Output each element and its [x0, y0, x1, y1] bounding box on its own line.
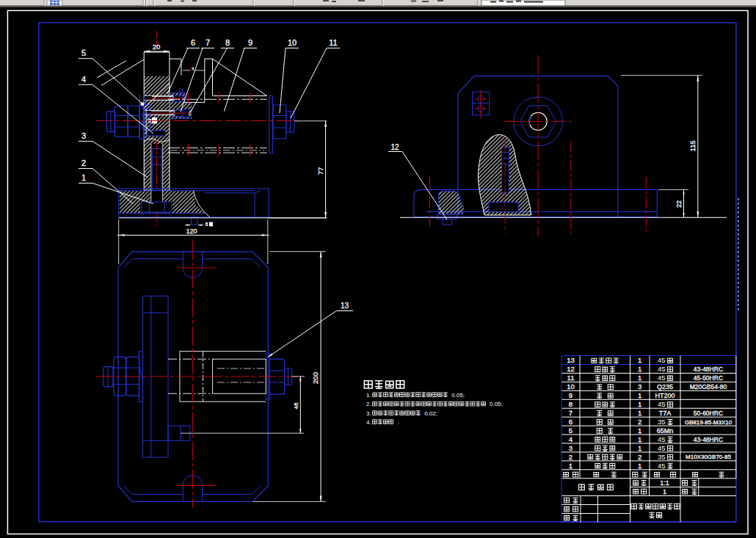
svg-text:8: 8 [225, 38, 230, 47]
svg-text:10: 10 [288, 38, 297, 47]
svg-text:13: 13 [567, 356, 575, 364]
svg-text:10: 10 [567, 382, 575, 390]
svg-text:1: 1 [638, 426, 641, 435]
svg-text:1: 1 [81, 173, 86, 182]
svg-text:13: 13 [341, 302, 349, 310]
svg-text:43-48HRC: 43-48HRC [694, 436, 723, 443]
svg-text:2.: 2. [366, 401, 371, 407]
svg-text:45: 45 [658, 365, 666, 373]
svg-text:1: 1 [638, 374, 641, 382]
svg-text:0.05;: 0.05; [490, 401, 503, 407]
svg-text:45: 45 [658, 462, 666, 470]
svg-text:7: 7 [206, 38, 210, 47]
svg-text:65Mn: 65Mn [657, 427, 674, 435]
svg-text:0.02;: 0.02; [424, 410, 437, 417]
svg-text:5: 5 [81, 48, 86, 57]
svg-text:12: 12 [390, 143, 399, 151]
svg-text:8: 8 [569, 400, 573, 408]
svg-text:1.: 1. [366, 392, 371, 399]
svg-text:45: 45 [658, 444, 666, 452]
svg-text:3.: 3. [366, 410, 371, 417]
svg-text:12: 12 [567, 365, 575, 373]
svg-text:4: 4 [569, 435, 573, 443]
svg-text:9: 9 [569, 391, 573, 399]
svg-text:Q235: Q235 [657, 383, 673, 390]
svg-text:4: 4 [81, 75, 86, 84]
svg-text:50-60HRC: 50-60HRC [694, 410, 723, 417]
svg-text:3: 3 [638, 382, 641, 390]
svg-text:T7A: T7A [659, 410, 672, 417]
svg-text:11: 11 [329, 38, 337, 47]
svg-text:M20GB54-80: M20GB54-80 [690, 383, 727, 390]
svg-text:11: 11 [567, 374, 575, 382]
svg-text:9: 9 [248, 38, 252, 47]
svg-text:.: . [397, 419, 399, 426]
svg-text:45: 45 [658, 374, 666, 382]
svg-text:115: 115 [688, 140, 697, 151]
svg-text:2: 2 [638, 453, 641, 461]
svg-text:0.05;: 0.05; [451, 392, 465, 399]
svg-text:1: 1 [638, 400, 641, 408]
svg-text:20: 20 [153, 43, 161, 51]
svg-text:7: 7 [569, 409, 573, 417]
svg-text:1: 1 [638, 356, 641, 364]
svg-text:77: 77 [316, 167, 324, 175]
svg-text:1: 1 [638, 365, 641, 373]
svg-text:1: 1 [638, 444, 641, 452]
svg-text:45-50HRC: 45-50HRC [694, 374, 723, 382]
svg-text:2: 2 [638, 418, 641, 426]
svg-text:M10X30GB70-85: M10X30GB70-85 [686, 454, 731, 460]
svg-text:3: 3 [569, 444, 573, 452]
svg-text:35: 35 [658, 453, 666, 461]
svg-text:200: 200 [311, 372, 319, 384]
svg-text:120: 120 [186, 228, 197, 235]
svg-text:45: 45 [658, 435, 666, 443]
svg-text:1: 1 [569, 462, 573, 470]
svg-text:46: 46 [293, 402, 299, 409]
svg-text:1: 1 [638, 435, 641, 443]
svg-text:6: 6 [191, 38, 195, 47]
svg-text:2: 2 [569, 453, 573, 461]
svg-text:6: 6 [206, 222, 208, 227]
svg-text:GB819-85-M3X10: GB819-85-M3X10 [685, 419, 733, 426]
svg-text:1: 1 [638, 409, 641, 417]
svg-text:1: 1 [638, 462, 641, 470]
svg-text:5: 5 [569, 426, 573, 435]
svg-text:35: 35 [658, 418, 666, 426]
svg-text:45: 45 [658, 356, 666, 364]
svg-text:1: 1 [663, 488, 666, 495]
svg-text:45: 45 [658, 400, 666, 408]
svg-text:HT200: HT200 [655, 392, 675, 399]
svg-text:3: 3 [81, 131, 86, 140]
svg-text:4.: 4. [366, 419, 371, 426]
svg-text:2: 2 [81, 159, 86, 167]
svg-text:43-48HRC: 43-48HRC [694, 366, 723, 373]
svg-text:1: 1 [638, 391, 641, 399]
svg-text:22: 22 [675, 200, 683, 208]
svg-text:6: 6 [569, 418, 573, 426]
svg-text:1:1: 1:1 [660, 479, 669, 487]
